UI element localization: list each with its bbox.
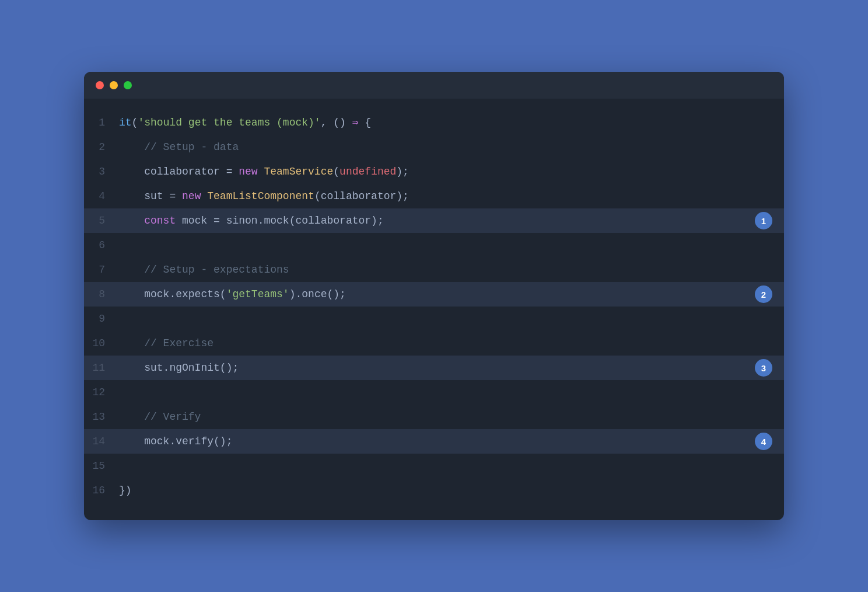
token: mock.expects( [119, 288, 226, 300]
token [119, 215, 144, 227]
line-number: 6 [84, 239, 119, 251]
token: ( [333, 166, 340, 177]
code-line: 9 [84, 307, 784, 331]
token: mock = sinon.mock(collaborator); [176, 215, 383, 227]
code-line: 3 collaborator = new TeamService(undefin… [84, 159, 784, 184]
code-content: it('should get the teams (mock)', () ⇒ { [119, 110, 772, 135]
code-content: sut = new TeamListComponent(collaborator… [119, 184, 772, 208]
line-number: 1 [84, 117, 119, 128]
code-content: mock.verify(); [119, 429, 749, 454]
line-number: 4 [84, 190, 119, 202]
token: sut.ngOnInit(); [119, 362, 239, 374]
code-content: // Exercise [119, 331, 772, 356]
token: undefined [340, 166, 396, 177]
line-badge: 3 [755, 359, 772, 377]
token: 'should get the teams (mock)' [138, 117, 320, 128]
line-number: 12 [84, 386, 119, 398]
token: sut = [119, 190, 182, 202]
code-line: 7 // Setup - expectations [84, 257, 784, 282]
token: ⇒ [352, 117, 359, 128]
token: TeamListComponent [207, 190, 314, 202]
line-number: 2 [84, 141, 119, 153]
line-number: 14 [84, 436, 119, 447]
titlebar [84, 72, 784, 99]
code-line: 5 const mock = sinon.mock(collaborator);… [84, 208, 784, 233]
code-line: 4 sut = new TeamListComponent(collaborat… [84, 184, 784, 208]
line-number: 7 [84, 264, 119, 276]
code-line: 15 [84, 454, 784, 478]
line-number: 3 [84, 166, 119, 177]
line-badge: 2 [755, 285, 772, 303]
code-content: // Verify [119, 405, 772, 429]
code-content: mock.expects('getTeams').once(); [119, 282, 749, 307]
line-number: 10 [84, 337, 119, 349]
line-number: 13 [84, 411, 119, 423]
token: it [119, 117, 132, 128]
maximize-button[interactable] [124, 81, 132, 89]
code-line: 11 sut.ngOnInit();3 [84, 356, 784, 380]
line-badge: 1 [755, 212, 772, 229]
code-window: 1it('should get the teams (mock)', () ⇒ … [84, 72, 784, 520]
close-button[interactable] [96, 81, 104, 89]
token: ).once(); [289, 288, 346, 300]
token: // Exercise [119, 337, 214, 349]
token: { [359, 117, 372, 128]
token: , () [321, 117, 352, 128]
line-number: 8 [84, 288, 119, 300]
code-line: 8 mock.expects('getTeams').once();2 [84, 282, 784, 307]
line-number: 15 [84, 460, 119, 472]
code-content: }) [119, 478, 772, 503]
code-content: sut.ngOnInit(); [119, 356, 749, 380]
code-content: collaborator = new TeamService(undefined… [119, 159, 772, 184]
code-content: // Setup - expectations [119, 257, 772, 282]
code-line: 6 [84, 233, 784, 257]
token: ( [132, 117, 138, 128]
token: }) [119, 485, 132, 496]
line-number: 16 [84, 485, 119, 496]
token: // Setup - data [119, 141, 239, 153]
line-number: 5 [84, 215, 119, 227]
line-badge: 4 [755, 433, 772, 450]
code-line: 2 // Setup - data [84, 135, 784, 159]
code-content: // Setup - data [119, 135, 772, 159]
code-line: 16}) [84, 478, 784, 503]
code-line: 14 mock.verify();4 [84, 429, 784, 454]
token: TeamService [264, 166, 333, 177]
minimize-button[interactable] [110, 81, 118, 89]
token [258, 166, 264, 177]
code-line: 12 [84, 380, 784, 405]
token: (collaborator); [314, 190, 409, 202]
token: new [182, 190, 201, 202]
token: 'getTeams' [226, 288, 289, 300]
code-line: 10 // Exercise [84, 331, 784, 356]
code-line: 13 // Verify [84, 405, 784, 429]
token: ); [396, 166, 409, 177]
line-number: 11 [84, 362, 119, 374]
token: // Setup - expectations [119, 264, 289, 276]
line-number: 9 [84, 313, 119, 325]
code-content: const mock = sinon.mock(collaborator); [119, 208, 749, 233]
token: mock.verify(); [119, 436, 232, 447]
code-area: 1it('should get the teams (mock)', () ⇒ … [84, 99, 784, 520]
token: new [239, 166, 257, 177]
token: collaborator = [119, 166, 239, 177]
token [201, 190, 207, 202]
token: const [144, 215, 176, 227]
code-line: 1it('should get the teams (mock)', () ⇒ … [84, 110, 784, 135]
token: // Verify [119, 411, 201, 423]
